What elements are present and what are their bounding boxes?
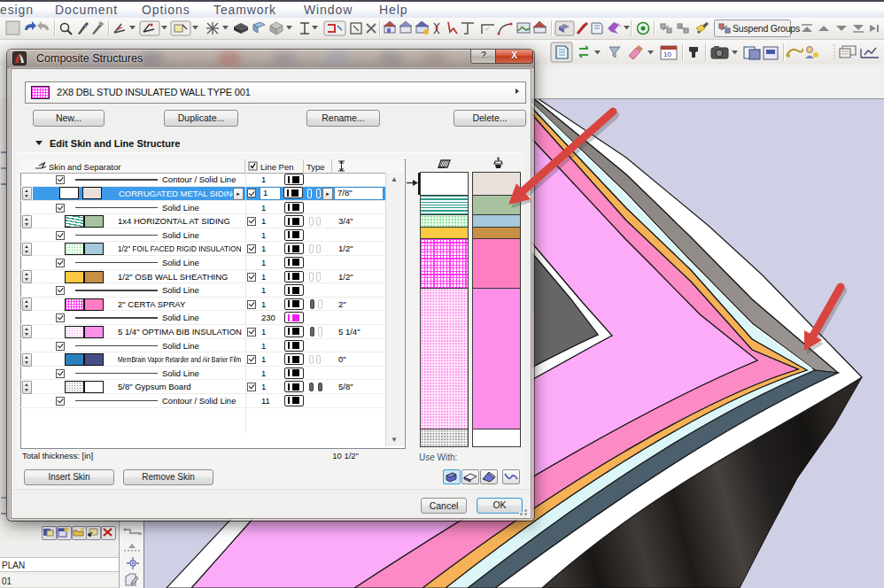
svg-text:10: 10 — [663, 50, 671, 58]
svg-text:Suspend Groups: Suspend Groups — [733, 23, 800, 34]
